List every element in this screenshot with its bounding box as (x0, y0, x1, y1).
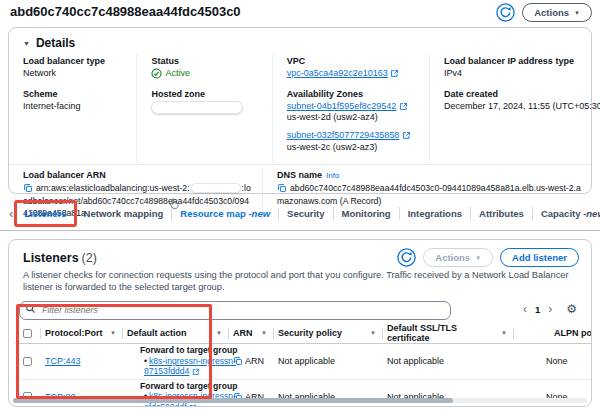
details-column-2: Status Active Hosted zone (136, 54, 271, 162)
page-title: abd60c740cc7c48988eaa44fdc4503c0 (10, 4, 241, 19)
refresh-listeners-button[interactable] (397, 248, 416, 267)
table-header-row: Protocol:Port ▼ Default action ▼ ARN ▼ S… (15, 324, 592, 344)
tab-label: Security (287, 208, 325, 219)
field-lb-type: Load balancer type Network (23, 56, 128, 80)
external-link-icon (399, 102, 408, 111)
field-status: Status Active (151, 56, 263, 80)
listeners-table: Protocol:Port ▼ Default action ▼ ARN ▼ S… (15, 324, 592, 407)
ssl-certificate-cell: Not applicable (383, 344, 514, 379)
column-header-protocol-port[interactable]: Protocol:Port ▼ (41, 324, 123, 343)
tab-label: Network mapping (84, 208, 164, 219)
search-icon (25, 303, 36, 314)
previous-page-icon[interactable]: ‹ (523, 302, 527, 316)
forward-action-title: Forward to target group (140, 381, 237, 391)
details-grid: Load balancer type Network Scheme Intern… (9, 54, 591, 164)
details-header[interactable]: ▼ Details (9, 28, 591, 54)
field-scheme: Scheme Internet-facing (23, 89, 128, 113)
column-header-alpn-policy[interactable]: ALPN policy (514, 324, 592, 343)
details-column-4: Load balancer IP address type IPv4 Date … (429, 54, 591, 162)
filter-listeners-input[interactable] (19, 301, 451, 320)
column-label: Protocol:Port (45, 328, 103, 338)
tab-listeners[interactable]: Listeners (16, 197, 74, 230)
column-header-security-policy[interactable]: Security policy ▼ (274, 324, 383, 343)
listeners-actions-button[interactable]: Actions ▼ (423, 248, 493, 267)
table-preferences-gear-icon[interactable]: ⚙ (566, 302, 577, 316)
refresh-icon (496, 3, 515, 22)
column-header-default-action[interactable]: Default action ▼ (123, 324, 229, 343)
listener-link[interactable]: TCP:443 (45, 356, 81, 366)
listeners-title: Listeners (23, 251, 79, 265)
tab-label: Capacity - (541, 208, 586, 219)
tab-monitoring[interactable]: Monitoring (334, 197, 399, 230)
details-column-1: Load balancer type Network Scheme Intern… (9, 54, 136, 162)
filter-row: ‹ 1 › ⚙ (9, 293, 591, 324)
az-item: subnet-04b1f595ef8c29542 us-west-2d (usw… (287, 101, 421, 124)
tab-resource-map[interactable]: Resource map - new (172, 197, 278, 230)
status-badge: Active (151, 68, 263, 80)
column-label: Security policy (278, 328, 342, 338)
details-title: Details (36, 36, 75, 50)
caret-down-icon: ▼ (574, 10, 580, 16)
sort-caret-icon: ▼ (370, 330, 376, 336)
column-label: ALPN policy (554, 328, 592, 338)
tab-attributes[interactable]: Attributes (471, 197, 532, 230)
vpc-link[interactable]: vpc-0a5ca4a92c2e10163 (287, 68, 388, 78)
arn-cell-label: ARN (245, 356, 264, 366)
tab-capacity[interactable]: Capacity - new (533, 197, 600, 230)
lb-type-value: Network (23, 68, 128, 80)
arn-cell: ARN (229, 344, 274, 379)
scheme-value: Internet-facing (23, 101, 128, 113)
column-label: ARN (233, 328, 253, 338)
details-panel: ▼ Details Load balancer type Network Sch… (8, 27, 592, 194)
sort-caret-icon: ▼ (501, 330, 507, 336)
next-page-icon[interactable]: › (548, 302, 552, 316)
tab-label: Integrations (408, 208, 462, 219)
column-header-arn[interactable]: ARN ▼ (229, 324, 274, 343)
hosted-zone-redacted-value (151, 101, 243, 114)
add-listener-label: Add listener (512, 252, 567, 263)
tab-security[interactable]: Security (279, 197, 333, 230)
external-link-icon (402, 131, 411, 140)
arn-text-prefix: arn:aws:elasticloadbalancing:us-west-2: (36, 183, 190, 193)
alpn-policy-cell: None (514, 344, 592, 379)
ip-type-label: Load balancer IP address type (444, 56, 583, 66)
subnet-link[interactable]: subnet-032f5077729435858 (287, 130, 400, 140)
tab-new-badge: new (586, 208, 600, 219)
security-policy-cell: Not applicable (274, 344, 383, 379)
refresh-button[interactable] (496, 3, 515, 22)
select-all-checkbox[interactable] (23, 329, 32, 338)
copy-icon[interactable] (277, 183, 287, 193)
add-listener-button[interactable]: Add listener (500, 248, 579, 267)
copy-icon[interactable] (23, 183, 33, 193)
column-label: Default action (127, 328, 187, 338)
actions-button[interactable]: Actions ▼ (522, 3, 592, 22)
listeners-panel: Listeners(2) Actions ▼ Add listener A li… (8, 239, 592, 407)
horizontal-scrollbar-thumb[interactable] (13, 398, 453, 403)
field-hosted-zone: Hosted zone (151, 89, 263, 114)
row-select-cell (15, 344, 41, 379)
subnet-link[interactable]: subnet-04b1f595ef8c29542 (287, 101, 397, 111)
date-created-label: Date created (444, 89, 583, 99)
listeners-buttons: Actions ▼ Add listener (397, 248, 579, 267)
column-header-ssl-certificate[interactable]: Default SSL/TLS certificate ▼ (383, 324, 514, 343)
horizontal-scrollbar-track[interactable] (13, 398, 587, 403)
collapse-caret-icon: ▼ (23, 40, 30, 47)
external-link-icon (192, 368, 200, 376)
listeners-title-group: Listeners(2) (23, 248, 97, 266)
field-ip-type: Load balancer IP address type IPv4 (444, 56, 583, 80)
mouse-cursor-icon (169, 198, 179, 210)
tab-integrations[interactable]: Integrations (400, 197, 470, 230)
copy-icon[interactable] (233, 356, 243, 366)
lb-type-label: Load balancer type (23, 56, 128, 66)
info-link[interactable]: Info (326, 171, 339, 180)
tab-network-mapping[interactable]: Network mapping (76, 197, 172, 230)
caret-down-icon: ▼ (475, 255, 481, 261)
target-group-item: •k8s-ingressn-ingressn-87153fddd4 (140, 356, 237, 377)
target-group-link[interactable]: k8s-ingressn-ingressn-87153fddd4 (144, 356, 236, 376)
row-checkbox[interactable] (23, 357, 32, 366)
column-label: Default SSL/TLS certificate (387, 323, 501, 343)
tabs-scroll-left-icon[interactable]: ‹ (6, 207, 16, 220)
pagination: ‹ 1 › (523, 302, 552, 316)
listeners-actions-label: Actions (435, 252, 470, 263)
vpc-label: VPC (287, 56, 421, 66)
